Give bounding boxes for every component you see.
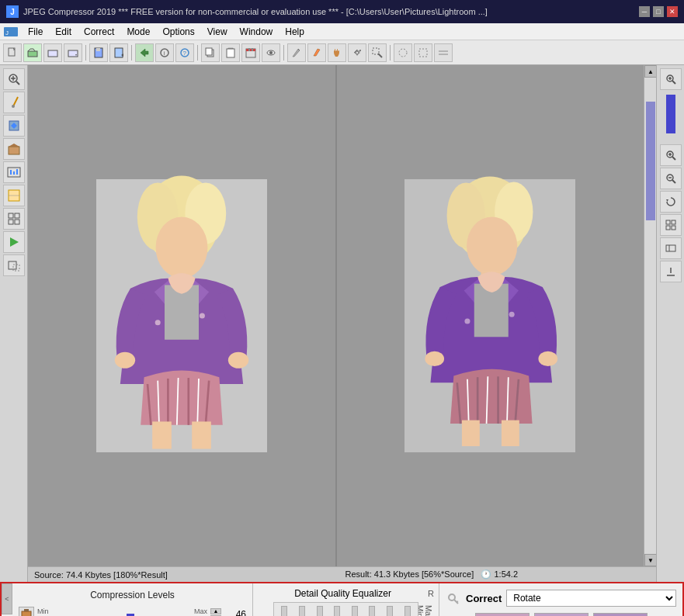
tb-help[interactable]: ?	[175, 43, 194, 62]
scroll-up-button[interactable]: ▲	[644, 65, 657, 78]
rs-grid[interactable]	[660, 214, 682, 236]
tb-pencil[interactable]	[287, 43, 306, 62]
menu-file[interactable]: File	[22, 25, 49, 39]
svg-rect-17	[206, 48, 212, 55]
sidebar-btn-play[interactable]	[3, 231, 25, 253]
slider1-labels: Min Max	[37, 607, 207, 615]
svg-point-86	[467, 216, 517, 275]
menu-window[interactable]: Window	[234, 25, 280, 39]
eq-track-1[interactable]	[281, 606, 287, 616]
tb-save[interactable]	[89, 43, 108, 62]
tb-calendar[interactable]	[241, 43, 260, 62]
images-row: ▲ ▼	[28, 65, 656, 566]
svg-point-35	[399, 49, 407, 57]
svg-line-42	[16, 81, 19, 85]
tb-paste[interactable]	[221, 43, 240, 62]
thumbnail-3[interactable]	[593, 613, 648, 616]
tb-circle[interactable]	[394, 43, 412, 62]
tb-move[interactable]	[348, 43, 366, 62]
tb-new[interactable]	[3, 43, 22, 62]
thumbnail-1[interactable]	[475, 613, 529, 616]
eq-track-4[interactable]	[334, 606, 340, 616]
tb-eye[interactable]	[262, 43, 280, 62]
rs-zoom-out[interactable]	[660, 168, 682, 189]
tb-info[interactable]: i	[155, 43, 174, 62]
title-text: JPEG Compressor 2019 *** FREE version fo…	[23, 7, 639, 16]
vertical-scrollbar[interactable]: ▲ ▼	[644, 65, 656, 566]
eq-title-row: Detail Quality Equalizer R	[258, 588, 434, 599]
svg-rect-58	[15, 220, 19, 224]
menu-view[interactable]: View	[201, 25, 234, 39]
thumbnail-2[interactable]	[534, 613, 589, 616]
svg-line-109	[672, 157, 675, 160]
thumbnails-row	[446, 613, 676, 616]
menu-edit[interactable]: Edit	[49, 25, 78, 39]
tb-open2[interactable]	[43, 43, 62, 62]
eq-track-8[interactable]	[404, 606, 411, 616]
sidebar-btn-grid[interactable]	[3, 208, 25, 230]
eq-area: Max Min ◀ ▶	[258, 602, 434, 616]
compression-section: Compression Levels Min Max ▲ ▼ 46	[12, 583, 253, 616]
scroll-down-button[interactable]: ▼	[644, 554, 657, 566]
rs-tool1[interactable]	[660, 237, 682, 259]
svg-line-112	[672, 180, 675, 183]
eq-track-5[interactable]	[352, 606, 358, 616]
toolbar-sep3	[197, 45, 198, 61]
eq-title: Detail Quality Equalizer	[258, 588, 428, 599]
svg-line-134	[457, 601, 458, 602]
sidebar-btn-zoom-in[interactable]	[3, 68, 25, 90]
menu-correct[interactable]: Correct	[78, 25, 120, 39]
eq-track-6[interactable]	[369, 606, 375, 616]
svg-rect-4	[48, 50, 57, 57]
svg-line-43	[13, 97, 18, 106]
svg-rect-123	[22, 611, 31, 616]
rs-zoom-in[interactable]	[660, 68, 682, 90]
tb-open[interactable]	[23, 43, 42, 62]
slider1-container: Min Max	[37, 607, 207, 616]
source-status: Source: 74.4 Kbytes [180%*Result]	[34, 570, 339, 580]
svg-rect-118	[666, 245, 675, 251]
eq-track-7[interactable]	[387, 606, 393, 616]
rs-refresh[interactable]	[660, 191, 682, 213]
menu-options[interactable]: Options	[156, 25, 200, 39]
tb-copy[interactable]	[201, 43, 220, 62]
minimize-button[interactable]: ─	[639, 6, 650, 17]
sidebar-btn-tool3[interactable]	[3, 138, 25, 160]
tb-arrow[interactable]	[135, 43, 154, 62]
tb-zoom-area[interactable]	[368, 43, 387, 62]
svg-point-101	[509, 312, 515, 317]
svg-rect-47	[9, 147, 19, 154]
close-button[interactable]: ✕	[667, 6, 678, 17]
eq-track-2[interactable]	[299, 606, 305, 616]
rotate-select[interactable]: Rotate Flip H Flip V 90° CW 90° CCW	[506, 590, 676, 607]
tb-pen2[interactable]	[307, 43, 326, 62]
maximize-button[interactable]: □	[653, 6, 664, 17]
equalizer-section: Detail Quality Equalizer R Max Min ◀ ▶	[253, 583, 439, 616]
sidebar-btn-tool4[interactable]	[3, 161, 25, 183]
svg-marker-11	[141, 49, 148, 57]
sidebar-btn-tool2[interactable]	[3, 115, 25, 137]
rs-color-bar	[666, 95, 675, 133]
tb-open3[interactable]	[64, 43, 82, 62]
scroll-thumb[interactable]	[646, 102, 655, 221]
svg-line-34	[378, 54, 382, 57]
correct-section: Correct Rotate Flip H Flip V 90° CW 90° …	[439, 583, 682, 616]
scroll-track[interactable]	[644, 78, 656, 554]
sidebar-btn-tool1[interactable]	[3, 92, 25, 113]
sidebar-btn-resize[interactable]	[3, 254, 25, 276]
rs-zoom-in2[interactable]	[660, 144, 682, 166]
rs-download[interactable]	[660, 261, 682, 282]
menu-mode[interactable]: Mode	[120, 25, 156, 39]
slider1-up[interactable]: ▲	[210, 608, 221, 614]
tb-save2[interactable]	[109, 43, 128, 62]
collapse-button[interactable]: <	[2, 583, 12, 614]
tb-dotted[interactable]	[414, 43, 432, 62]
svg-point-80	[155, 320, 160, 325]
menu-help[interactable]: Help	[279, 25, 311, 39]
sidebar-btn-tool5[interactable]	[3, 185, 25, 206]
eq-col-4: ◀ ▶	[330, 606, 345, 616]
eq-track-3[interactable]	[317, 606, 323, 616]
tb-lines[interactable]	[434, 43, 453, 62]
toolbar-sep1	[85, 45, 86, 61]
tb-hand[interactable]	[328, 43, 346, 62]
